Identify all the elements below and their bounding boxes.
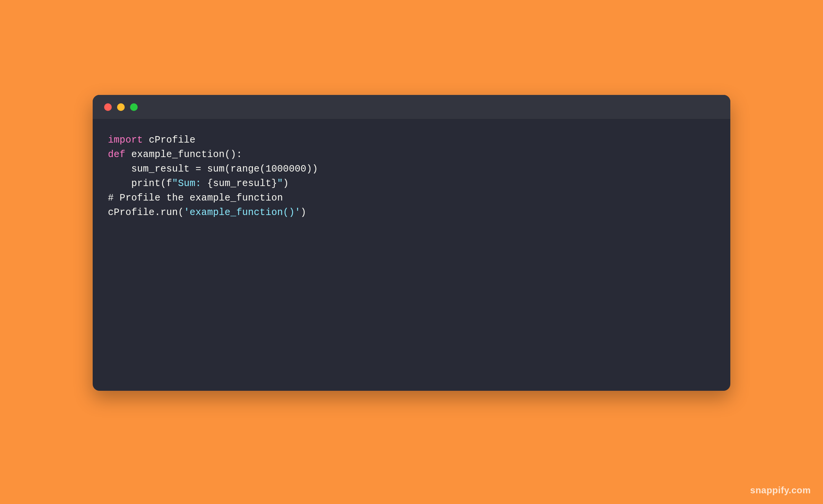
code-token: ) <box>301 207 306 218</box>
keyword-token: import <box>108 135 143 146</box>
code-token: cProfile.run( <box>108 207 184 218</box>
code-token: cProfile <box>143 135 196 146</box>
minimize-icon[interactable] <box>117 103 125 111</box>
string-token: "Sum: <box>172 178 207 189</box>
code-token: ) <box>283 178 289 189</box>
string-token: 'example_function()' <box>184 207 301 218</box>
close-icon[interactable] <box>104 103 112 111</box>
code-line: def example_function(): <box>108 148 715 162</box>
watermark: snappify.com <box>750 485 811 496</box>
code-content: import cProfiledef example_function(): s… <box>93 119 730 234</box>
code-line: import cProfile <box>108 133 715 148</box>
code-line: print(f"Sum: {sum_result}") <box>108 177 715 191</box>
window-titlebar <box>93 95 730 119</box>
code-token: print(f <box>108 178 172 189</box>
comment-line: # Profile the example_function <box>108 191 715 205</box>
code-token: example_function(): <box>125 149 242 160</box>
interpolation-token: {sum_result} <box>207 178 277 189</box>
keyword-token: def <box>108 149 125 160</box>
string-token: " <box>277 178 283 189</box>
code-window: import cProfiledef example_function(): s… <box>93 95 730 391</box>
maximize-icon[interactable] <box>130 103 138 111</box>
code-line: sum_result = sum(range(1000000)) <box>108 162 715 177</box>
code-line: cProfile.run('example_function()') <box>108 205 715 220</box>
